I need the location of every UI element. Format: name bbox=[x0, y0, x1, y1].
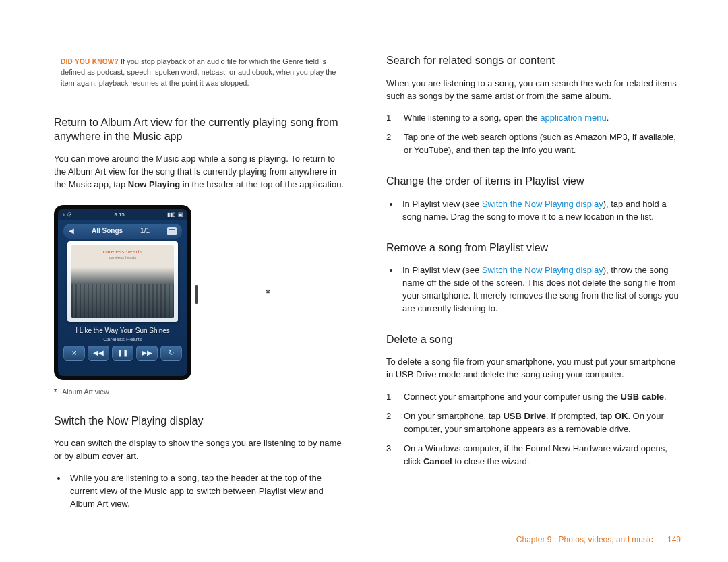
change-bullet: In Playlist view (see Switch the Now Pla… bbox=[400, 198, 681, 224]
prev-button: ◀◀ bbox=[88, 346, 109, 361]
remove-heading: Remove a song from Playlist view bbox=[386, 241, 681, 255]
song-title: I Like the Way Your Sun Shines bbox=[65, 326, 181, 336]
page-number: 149 bbox=[667, 535, 681, 544]
delete-paragraph: To delete a song file from your smartpho… bbox=[386, 356, 681, 381]
step-number: 1 bbox=[386, 391, 404, 404]
songs-header-title: All Songs bbox=[92, 226, 123, 236]
signal-icon: ▮▮▯ bbox=[167, 211, 175, 218]
switch-bullet-1: While you are listening to a song, tap t… bbox=[67, 472, 348, 511]
change-heading: Change the order of items in Playlist vi… bbox=[386, 175, 681, 189]
callout: * bbox=[198, 286, 270, 303]
caption-star: * bbox=[54, 387, 57, 396]
phone-screen: ♪ ⧁ 3:15 ▮▮▯ ▣ ◀ All Songs bbox=[58, 209, 187, 376]
pause-button: ❚❚ bbox=[112, 346, 133, 361]
return-para-post: in the header at the top of the applicat… bbox=[180, 179, 344, 189]
playback-controls: ⤮ ◀◀ ❚❚ ▶▶ ↻ bbox=[63, 346, 182, 361]
delete-step-2: 2 On your smartphone, tap USB Drive. If … bbox=[386, 410, 681, 436]
list-icon bbox=[167, 227, 177, 235]
did-you-know-label: DID YOU KNOW? bbox=[61, 58, 119, 65]
delete-steps: 1 Connect your smartphone and your compu… bbox=[386, 391, 681, 468]
two-columns: DID YOU KNOW? If you stop playback of an… bbox=[54, 46, 681, 520]
songs-header-count: 1/1 bbox=[140, 226, 150, 236]
step-number: 2 bbox=[386, 131, 404, 157]
album-subtext: careless hearts bbox=[71, 255, 174, 260]
step-text: Connect your smartphone and your compute… bbox=[404, 391, 681, 404]
delete-step-3: 3 On a Windows computer, if the Found Ne… bbox=[386, 443, 681, 468]
music-note-icon: ♪ bbox=[62, 211, 65, 218]
page-footer: Chapter 9 : Photos, videos, and music 14… bbox=[516, 534, 681, 546]
now-playing-header: ◀ All Songs 1/1 bbox=[63, 224, 182, 239]
step-number: 1 bbox=[386, 112, 404, 125]
switch-bullets: While you are listening to a song, tap t… bbox=[54, 472, 348, 511]
status-time: 3:15 bbox=[114, 211, 125, 218]
step-text: While listening to a song, open the appl… bbox=[404, 112, 681, 125]
search-step-1: 1 While listening to a song, open the ap… bbox=[386, 112, 681, 125]
phone-figure: ♪ ⧁ 3:15 ▮▮▯ ▣ ◀ All Songs bbox=[54, 205, 348, 397]
search-steps: 1 While listening to a song, open the ap… bbox=[386, 112, 681, 157]
chapter-label: Chapter 9 : Photos, videos, and music bbox=[516, 535, 653, 544]
album-card: careless hearts careless hearts bbox=[67, 241, 178, 322]
step-text: Tap one of the web search options (such … bbox=[404, 131, 681, 157]
next-button: ▶▶ bbox=[136, 346, 158, 361]
remove-bullets: In Playlist view (see Switch the Now Pla… bbox=[386, 264, 681, 315]
return-heading: Return to Album Art view for the current… bbox=[54, 116, 348, 144]
song-artist: Careless Hearts bbox=[58, 336, 187, 343]
callout-bracket bbox=[195, 285, 198, 304]
delete-step-1: 1 Connect your smartphone and your compu… bbox=[386, 391, 681, 404]
figure-caption: * Album Art view bbox=[54, 387, 348, 397]
switch-display-link-2[interactable]: Switch the Now Playing display bbox=[482, 265, 603, 275]
remove-bullet: In Playlist view (see Switch the Now Pla… bbox=[400, 264, 681, 315]
callout-line bbox=[198, 294, 262, 294]
search-heading: Search for related songs or content bbox=[386, 54, 681, 68]
application-menu-link[interactable]: application menu bbox=[540, 113, 606, 123]
right-column: Search for related songs or content When… bbox=[386, 54, 681, 520]
switch-heading: Switch the Now Playing display bbox=[54, 414, 348, 429]
search-step-2: 2 Tap one of the web search options (suc… bbox=[386, 131, 681, 157]
top-rule bbox=[54, 46, 681, 46]
step-text: On a Windows computer, if the Found New … bbox=[404, 443, 681, 468]
step-text: On your smartphone, tap USB Drive. If pr… bbox=[404, 410, 681, 436]
return-para-bold: Now Playing bbox=[128, 179, 180, 189]
return-paragraph: You can move around the Music app while … bbox=[54, 153, 348, 191]
step-number: 2 bbox=[386, 410, 404, 436]
wifi-icon: ⧁ bbox=[67, 211, 71, 218]
page: DID YOU KNOW? If you stop playback of an… bbox=[0, 0, 728, 562]
phone-mock: ♪ ⧁ 3:15 ▮▮▯ ▣ ◀ All Songs bbox=[54, 205, 191, 380]
battery-icon: ▣ bbox=[178, 211, 183, 218]
search-paragraph: When you are listening to a song, you ca… bbox=[386, 77, 681, 103]
shuffle-button: ⤮ bbox=[63, 346, 85, 361]
change-bullets: In Playlist view (see Switch the Now Pla… bbox=[386, 198, 681, 224]
delete-heading: Delete a song bbox=[386, 333, 681, 347]
step-number: 3 bbox=[386, 443, 404, 468]
callout-star: * bbox=[266, 286, 270, 303]
left-column: DID YOU KNOW? If you stop playback of an… bbox=[54, 54, 348, 520]
caption-text: Album Art view bbox=[62, 387, 109, 396]
album-art: careless hearts careless hearts bbox=[71, 245, 174, 318]
status-bar: ♪ ⧁ 3:15 ▮▮▯ ▣ bbox=[58, 209, 187, 220]
switch-paragraph: You can switch the display to show the s… bbox=[54, 437, 348, 463]
did-you-know-box: DID YOU KNOW? If you stop playback of an… bbox=[54, 54, 348, 98]
switch-display-link[interactable]: Switch the Now Playing display bbox=[482, 199, 603, 209]
repeat-button: ↻ bbox=[160, 346, 182, 361]
